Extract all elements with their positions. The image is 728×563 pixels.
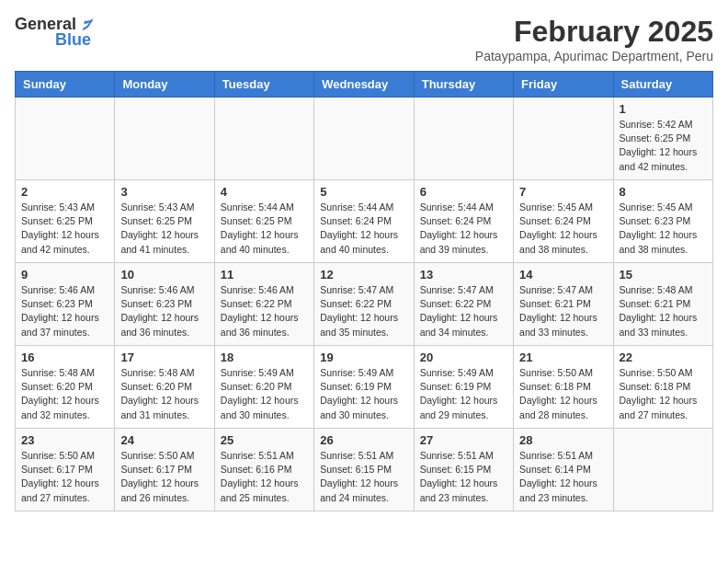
calendar-cell: 28Sunrise: 5:51 AM Sunset: 6:14 PM Dayli… (514, 429, 613, 511)
calendar-cell: 18Sunrise: 5:49 AM Sunset: 6:20 PM Dayli… (214, 346, 313, 429)
day-info: Sunrise: 5:42 AM Sunset: 6:25 PM Dayligh… (620, 118, 707, 174)
calendar-cell: 26Sunrise: 5:51 AM Sunset: 6:15 PM Dayli… (314, 429, 414, 511)
calendar-cell: 19Sunrise: 5:49 AM Sunset: 6:19 PM Dayli… (314, 346, 414, 429)
day-number: 7 (519, 185, 607, 199)
calendar-header-wednesday: Wednesday (314, 72, 414, 98)
day-info: Sunrise: 5:43 AM Sunset: 6:25 PM Dayligh… (21, 201, 108, 257)
calendar-cell: 15Sunrise: 5:48 AM Sunset: 6:21 PM Dayli… (613, 263, 712, 346)
calendar-header-row: SundayMondayTuesdayWednesdayThursdayFrid… (16, 72, 713, 98)
day-number: 23 (21, 433, 108, 447)
day-number: 25 (221, 433, 308, 447)
calendar-cell: 22Sunrise: 5:50 AM Sunset: 6:18 PM Dayli… (613, 346, 712, 429)
day-info: Sunrise: 5:51 AM Sunset: 6:15 PM Dayligh… (420, 449, 507, 505)
calendar-cell: 24Sunrise: 5:50 AM Sunset: 6:17 PM Dayli… (115, 429, 214, 511)
day-number: 17 (120, 350, 208, 364)
calendar-cell: 25Sunrise: 5:51 AM Sunset: 6:16 PM Dayli… (214, 429, 313, 511)
calendar-cell: 20Sunrise: 5:49 AM Sunset: 6:19 PM Dayli… (414, 346, 513, 429)
calendar-cell: 9Sunrise: 5:46 AM Sunset: 6:23 PM Daylig… (16, 263, 115, 346)
day-number: 10 (120, 268, 208, 282)
day-info: Sunrise: 5:49 AM Sunset: 6:19 PM Dayligh… (420, 366, 507, 422)
day-number: 8 (620, 185, 707, 199)
calendar-cell (16, 98, 115, 180)
day-info: Sunrise: 5:44 AM Sunset: 6:24 PM Dayligh… (320, 201, 407, 257)
day-number: 6 (420, 185, 507, 199)
calendar-cell: 13Sunrise: 5:47 AM Sunset: 6:22 PM Dayli… (414, 263, 513, 346)
day-info: Sunrise: 5:50 AM Sunset: 6:18 PM Dayligh… (620, 366, 707, 422)
calendar-header-tuesday: Tuesday (214, 72, 313, 98)
day-info: Sunrise: 5:47 AM Sunset: 6:21 PM Dayligh… (519, 283, 607, 339)
calendar-week-row: 2Sunrise: 5:43 AM Sunset: 6:25 PM Daylig… (16, 180, 713, 263)
calendar-cell: 6Sunrise: 5:44 AM Sunset: 6:24 PM Daylig… (414, 180, 513, 263)
day-number: 21 (519, 350, 607, 364)
day-info: Sunrise: 5:51 AM Sunset: 6:14 PM Dayligh… (519, 449, 607, 505)
calendar-cell: 1Sunrise: 5:42 AM Sunset: 6:25 PM Daylig… (613, 98, 712, 180)
calendar-cell: 8Sunrise: 5:45 AM Sunset: 6:23 PM Daylig… (613, 180, 712, 263)
calendar-cell: 10Sunrise: 5:46 AM Sunset: 6:23 PM Dayli… (115, 263, 214, 346)
calendar-cell: 3Sunrise: 5:43 AM Sunset: 6:25 PM Daylig… (115, 180, 214, 263)
calendar-cell (214, 98, 313, 180)
calendar-subtitle: Pataypampa, Apurimac Department, Peru (475, 49, 713, 63)
calendar-cell (314, 98, 414, 180)
day-info: Sunrise: 5:50 AM Sunset: 6:18 PM Dayligh… (519, 366, 607, 422)
calendar-cell: 12Sunrise: 5:47 AM Sunset: 6:22 PM Dayli… (314, 263, 414, 346)
calendar-cell: 5Sunrise: 5:44 AM Sunset: 6:24 PM Daylig… (314, 180, 414, 263)
day-info: Sunrise: 5:46 AM Sunset: 6:23 PM Dayligh… (21, 283, 108, 339)
day-info: Sunrise: 5:44 AM Sunset: 6:25 PM Dayligh… (221, 201, 308, 257)
day-number: 9 (21, 268, 108, 282)
day-info: Sunrise: 5:48 AM Sunset: 6:20 PM Dayligh… (120, 366, 208, 422)
day-number: 12 (320, 268, 407, 282)
day-info: Sunrise: 5:50 AM Sunset: 6:17 PM Dayligh… (21, 449, 108, 505)
day-number: 2 (21, 185, 108, 199)
day-number: 13 (420, 268, 507, 282)
day-number: 11 (221, 268, 308, 282)
calendar-week-row: 9Sunrise: 5:46 AM Sunset: 6:23 PM Daylig… (16, 263, 713, 346)
calendar-cell: 2Sunrise: 5:43 AM Sunset: 6:25 PM Daylig… (16, 180, 115, 263)
day-number: 19 (320, 350, 407, 364)
calendar-week-row: 16Sunrise: 5:48 AM Sunset: 6:20 PM Dayli… (16, 346, 713, 429)
day-info: Sunrise: 5:47 AM Sunset: 6:22 PM Dayligh… (420, 283, 507, 339)
day-info: Sunrise: 5:43 AM Sunset: 6:25 PM Dayligh… (120, 201, 208, 257)
day-number: 16 (21, 350, 108, 364)
calendar-title: February 2025 (475, 15, 713, 49)
calendar-cell: 23Sunrise: 5:50 AM Sunset: 6:17 PM Dayli… (16, 429, 115, 511)
calendar-cell: 17Sunrise: 5:48 AM Sunset: 6:20 PM Dayli… (115, 346, 214, 429)
calendar-week-row: 23Sunrise: 5:50 AM Sunset: 6:17 PM Dayli… (16, 429, 713, 511)
day-info: Sunrise: 5:45 AM Sunset: 6:23 PM Dayligh… (620, 201, 707, 257)
calendar-header-saturday: Saturday (613, 72, 712, 98)
day-info: Sunrise: 5:51 AM Sunset: 6:16 PM Dayligh… (221, 449, 308, 505)
day-info: Sunrise: 5:49 AM Sunset: 6:19 PM Dayligh… (320, 366, 407, 422)
calendar-header-monday: Monday (115, 72, 214, 98)
day-number: 28 (519, 433, 607, 447)
day-info: Sunrise: 5:47 AM Sunset: 6:22 PM Dayligh… (320, 283, 407, 339)
day-number: 18 (221, 350, 308, 364)
calendar-cell: 21Sunrise: 5:50 AM Sunset: 6:18 PM Dayli… (514, 346, 613, 429)
calendar-cell: 27Sunrise: 5:51 AM Sunset: 6:15 PM Dayli… (414, 429, 513, 511)
calendar-cell: 4Sunrise: 5:44 AM Sunset: 6:25 PM Daylig… (214, 180, 313, 263)
calendar-cell (613, 429, 712, 511)
day-info: Sunrise: 5:51 AM Sunset: 6:15 PM Dayligh… (320, 449, 407, 505)
day-number: 24 (120, 433, 208, 447)
logo: General Blue (15, 15, 95, 50)
day-number: 20 (420, 350, 507, 364)
day-number: 27 (420, 433, 507, 447)
day-info: Sunrise: 5:46 AM Sunset: 6:23 PM Dayligh… (120, 283, 208, 339)
calendar-cell (115, 98, 214, 180)
title-area: February 2025 Pataypampa, Apurimac Depar… (475, 15, 713, 63)
calendar-cell (414, 98, 513, 180)
day-number: 22 (620, 350, 707, 364)
day-info: Sunrise: 5:50 AM Sunset: 6:17 PM Dayligh… (120, 449, 208, 505)
header: General Blue February 2025 Pataypampa, A… (15, 15, 713, 63)
day-info: Sunrise: 5:48 AM Sunset: 6:20 PM Dayligh… (21, 366, 108, 422)
day-number: 1 (620, 102, 707, 116)
calendar-cell: 11Sunrise: 5:46 AM Sunset: 6:22 PM Dayli… (214, 263, 313, 346)
day-info: Sunrise: 5:49 AM Sunset: 6:20 PM Dayligh… (221, 366, 308, 422)
calendar-header-friday: Friday (514, 72, 613, 98)
calendar-cell: 16Sunrise: 5:48 AM Sunset: 6:20 PM Dayli… (16, 346, 115, 429)
calendar-cell: 14Sunrise: 5:47 AM Sunset: 6:21 PM Dayli… (514, 263, 613, 346)
calendar-table: SundayMondayTuesdayWednesdayThursdayFrid… (15, 71, 713, 511)
day-number: 14 (519, 268, 607, 282)
calendar-cell (514, 98, 613, 180)
day-number: 5 (320, 185, 407, 199)
calendar-header-sunday: Sunday (16, 72, 115, 98)
day-number: 26 (320, 433, 407, 447)
